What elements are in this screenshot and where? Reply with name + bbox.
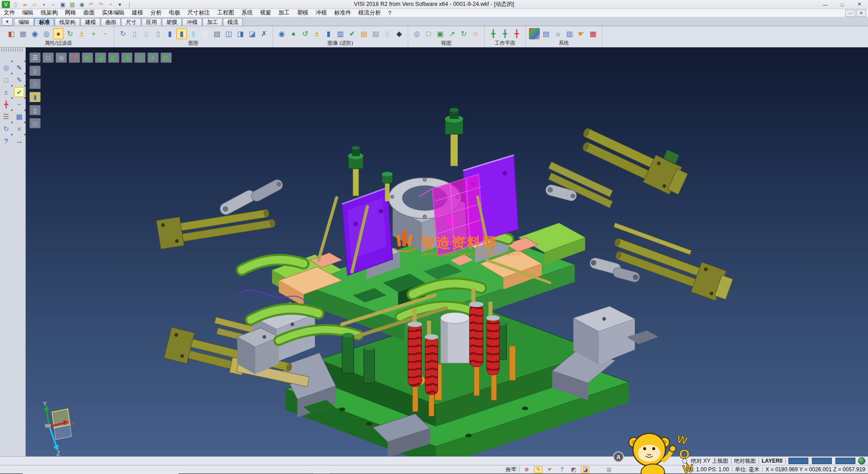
tab[interactable]: 编辑 — [14, 18, 34, 26]
multiview-icon[interactable]: ▦ — [604, 466, 613, 473]
sketch-curve-icon[interactable]: ✎ — [14, 75, 24, 85]
adv-filter-icon[interactable]: ● — [288, 28, 299, 39]
vp-triad-icon[interactable]: ╋ — [69, 52, 80, 63]
adv-toggle-icon[interactable]: ± — [311, 28, 322, 39]
layer-swatch[interactable] — [835, 458, 855, 464]
adv-striped-icon[interactable]: ▥ — [335, 28, 346, 39]
adv-shield-icon[interactable]: ◆ — [394, 28, 405, 39]
snap-cube-icon[interactable]: ◩ — [569, 466, 578, 473]
shaded-edges-icon[interactable]: ▮ — [176, 28, 187, 39]
help-icon[interactable]: ? — [1, 136, 11, 146]
toggle-visibility-icon[interactable]: ± — [76, 28, 87, 39]
system-tools-icon[interactable]: ☼ — [552, 28, 563, 39]
context-help-icon[interactable]: ? — [557, 466, 566, 473]
menu-item[interactable]: 实体编辑 — [99, 9, 128, 17]
menu-item[interactable]: 加工 — [275, 9, 293, 17]
transparent-icon[interactable]: ▮ — [188, 28, 199, 39]
hidden-dashed-icon[interactable]: ▯ — [153, 28, 164, 39]
measure-icon[interactable]: ↔ — [14, 136, 24, 146]
visi-logo[interactable]: V — [2, 1, 10, 8]
save-as-icon[interactable]: ▫ — [49, 1, 57, 8]
search-icon[interactable] — [682, 459, 687, 464]
no-regen-icon[interactable]: ⊗ — [522, 466, 531, 473]
viewport-menu-icon[interactable]: ☰ — [29, 52, 41, 63]
tab[interactable]: 应用 — [142, 18, 161, 26]
tab[interactable]: 尺寸 — [121, 18, 141, 26]
lamp-icon[interactable]: ○ — [593, 466, 601, 473]
solid-cube-icon[interactable]: ■ — [14, 123, 24, 134]
menu-item[interactable]: 视窗 — [256, 9, 275, 17]
vp-fit-icon[interactable]: □ — [42, 52, 54, 63]
regen-graphics-icon[interactable]: ↻ — [118, 28, 128, 39]
zoom-select-icon[interactable]: ◎ — [1, 62, 11, 73]
vp-zoom-fly-icon[interactable]: ◎ — [56, 52, 67, 63]
render-smile-icon[interactable]: ☺ — [470, 28, 481, 39]
view-cube-right-icon[interactable]: ◫ — [134, 52, 146, 63]
tab[interactable]: 曲面 — [101, 18, 121, 26]
orbit-icon[interactable]: ╋ — [1, 99, 11, 109]
view-cube-bottom-icon[interactable]: ◪ — [95, 52, 106, 63]
view-cube-left-icon[interactable]: ◨ — [121, 52, 132, 63]
copy-shade-icon[interactable]: ◨ — [235, 28, 246, 39]
menu-item[interactable]: 系统 — [238, 9, 256, 17]
menu-item[interactable]: 文件 — [0, 9, 19, 17]
save-icon[interactable]: ▪ — [40, 1, 48, 8]
shaded-icon[interactable]: ▮ — [165, 28, 175, 39]
menu-item[interactable]: 工程图 — [214, 9, 238, 17]
grid-window-icon[interactable]: ▦ — [14, 111, 24, 122]
shade-wire-icon[interactable]: ▯ — [29, 66, 41, 76]
zoom-inout-icon[interactable]: ± — [1, 87, 11, 97]
child-minimize-button[interactable]: — — [845, 9, 855, 17]
filter-traffic-icon[interactable]: ● — [53, 28, 64, 39]
viewport-canvas[interactable]: 智造资料网 INTELLIGENT MANUFACTURING DATA Y X… — [26, 47, 868, 456]
layer-swatch[interactable] — [812, 458, 832, 464]
color-table-icon[interactable] — [529, 28, 540, 39]
workplane-edit-icon[interactable]: ╋ — [500, 28, 510, 39]
qa-separator[interactable]: | — [125, 1, 133, 8]
menu-item[interactable]: 模流分析 — [355, 9, 385, 17]
layer-swatch[interactable] — [788, 458, 808, 464]
active-layer-label[interactable]: LAYER0 — [762, 458, 783, 464]
confirm-icon[interactable]: ✔ — [14, 87, 24, 97]
view-cube-iso-icon[interactable]: ◩ — [82, 52, 93, 63]
menu-item[interactable]: 标准件 — [330, 9, 355, 17]
pair-shade-icon[interactable]: ◫ — [223, 28, 234, 39]
menu-item[interactable]: ? — [385, 10, 395, 16]
menu-item[interactable]: 冲模 — [312, 9, 330, 17]
units-label[interactable]: 单位: 毫米 — [735, 466, 760, 474]
workplane-new-icon[interactable]: ╋ — [511, 28, 522, 39]
blend-shade-icon[interactable]: ◪ — [247, 28, 258, 39]
dynamic-cube-icon[interactable]: ◪ — [581, 466, 590, 473]
select-config-icon[interactable]: ☛ — [576, 28, 587, 39]
hide-all-icon[interactable]: − — [100, 28, 111, 39]
undo-icon[interactable]: ↶ — [87, 1, 95, 8]
save-all-icon[interactable]: ▣ — [59, 1, 67, 8]
view-cube-front-icon[interactable]: ■ — [147, 52, 159, 63]
qa-more-icon[interactable]: ▾ — [116, 1, 124, 8]
flat-white-icon[interactable]: ▯ — [200, 28, 211, 39]
window-ruler-icon[interactable]: ▥ — [564, 28, 575, 39]
copy-image-icon[interactable]: ▦ — [18, 28, 28, 39]
show-add-icon[interactable]: ◉ — [29, 28, 40, 39]
spline-icon[interactable]: ~ — [14, 99, 24, 109]
absolute-view-label[interactable]: 绝对视图 — [734, 457, 756, 465]
fit-view-icon[interactable]: □ — [1, 75, 11, 85]
maximize-button[interactable]: □ — [834, 0, 851, 9]
view-orientation-label[interactable]: 绝对 XY 上视图 — [691, 457, 728, 465]
hide-remove-icon[interactable]: ◎ — [41, 28, 52, 39]
adv-ghost-icon[interactable]: ▯ — [382, 28, 393, 39]
preview-icon[interactable]: ◉ — [78, 1, 86, 8]
lock-label[interactable]: 拴牢 — [505, 466, 516, 474]
menu-item[interactable]: 分析 — [147, 9, 165, 17]
minimize-button[interactable]: — — [816, 0, 834, 9]
tab[interactable]: 线架构 — [55, 18, 80, 26]
render-tools-icon[interactable]: ✗ — [259, 28, 269, 39]
tab[interactable]: 加工 — [203, 18, 222, 26]
shade-hidden-icon[interactable]: ▯ — [29, 79, 41, 89]
zoom-dynamic-icon[interactable]: ◎ — [411, 28, 422, 39]
shade-solid-icon[interactable]: ▮ — [29, 92, 41, 102]
insert-model-icon[interactable]: ▱ — [30, 1, 38, 8]
shade-hatch-icon[interactable]: ▨ — [29, 118, 41, 128]
redo-icon[interactable]: ↷ — [97, 1, 105, 8]
show-all-icon[interactable]: + — [88, 28, 99, 39]
